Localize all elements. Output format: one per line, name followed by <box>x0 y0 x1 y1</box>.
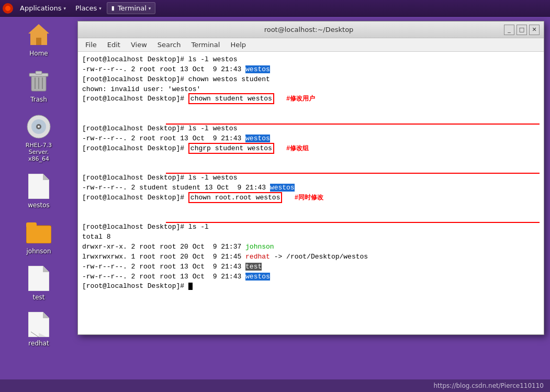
terminal-window: root@localhost:~/Desktop _ □ ✕ File Edit… <box>77 21 544 335</box>
home-icon <box>26 22 51 47</box>
term-line-7: -rw-r--r--. 2 root root 13 Oct 9 21:43 w… <box>82 134 540 144</box>
johnson-label: johnson <box>24 247 53 255</box>
annotation-modify-both: #同时修改 <box>295 194 323 201</box>
svg-rect-6 <box>36 71 42 74</box>
maximize-button[interactable]: □ <box>517 25 527 35</box>
cursor <box>188 283 193 290</box>
svg-rect-18 <box>26 222 37 228</box>
term-line-10: -rw-r--r--. 2 student student 13 Oct 9 2… <box>82 183 540 193</box>
highlight-westos-3: westos <box>270 184 295 192</box>
term-line-18: [root@localhost Desktop]# <box>82 282 540 292</box>
places-menu[interactable]: Places ▾ <box>71 3 106 14</box>
terminal-menubar: File Edit View Search Terminal Help <box>78 38 544 52</box>
svg-rect-3 <box>36 38 41 45</box>
term-line-11: [root@localhost Desktop]# chown root.roo… <box>82 193 540 223</box>
desktop-icon-trash[interactable]: Trash <box>15 68 62 104</box>
term-line-8: [root@localhost Desktop]# chgrp student … <box>82 144 540 174</box>
term-line-17: -rw-r--r--. 2 root root 13 Oct 9 21:43 w… <box>82 272 540 282</box>
taskbar: Applications ▾ Places ▾ ▮ Terminal ▾ <box>0 0 550 17</box>
westos-label: westos <box>26 201 52 209</box>
close-button[interactable]: ✕ <box>529 25 540 35</box>
highlight-westos-2: westos <box>245 135 270 142</box>
desktop-icon-westos[interactable]: westos <box>15 174 62 209</box>
term-line-2: -rw-r--r--. 2 root root 13 Oct 9 21:43 w… <box>82 65 540 75</box>
window-controls: _ □ ✕ <box>504 25 540 35</box>
applications-menu[interactable]: Applications ▾ <box>16 3 70 14</box>
johnson-folder-icon <box>26 221 51 243</box>
menu-view[interactable]: View <box>126 40 152 50</box>
annotation-modify-group: #修改组 <box>286 144 309 152</box>
westos-file-icon <box>28 174 49 199</box>
trash-icon <box>26 68 51 93</box>
cmd-chown-root: chown root.root westos <box>188 192 283 203</box>
cmd-chown-student: chown student westos <box>188 93 274 104</box>
desktop-icon-rhel[interactable]: RHEL-7.3 Server.x86_64 <box>15 114 62 163</box>
svg-point-13 <box>38 126 40 128</box>
redhat-file-icon <box>28 312 49 337</box>
status-url: https://blog.csdn.net/Pierce110110 <box>433 382 544 389</box>
annotation-modify-user: #修改用户 <box>286 95 315 102</box>
term-line-14: drwxr-xr-x. 2 root root 20 Oct 9 21:37 j… <box>82 242 540 252</box>
highlight-redhat: redhat <box>245 253 270 261</box>
test-label: test <box>30 293 47 301</box>
term-line-4: chown: invalid user: 'westos' <box>82 85 540 95</box>
redhat-label: redhat <box>26 339 51 348</box>
cmd-chgrp-student: chgrp student westos <box>188 143 274 154</box>
desktop-icon-redhat[interactable]: redhat <box>15 312 62 348</box>
term-line-5: [root@localhost Desktop]# chown student … <box>82 94 540 124</box>
minimize-button[interactable]: _ <box>504 25 514 35</box>
desktop-icon-home[interactable]: Home <box>15 22 62 58</box>
term-line-12: [root@localhost Desktop]# ls -l <box>82 222 540 232</box>
home-label: Home <box>27 49 50 58</box>
trash-label: Trash <box>28 95 49 104</box>
taskbar-menu: Applications ▾ Places ▾ ▮ Terminal ▾ <box>16 2 155 14</box>
terminal-body[interactable]: [root@localhost Desktop]# ls -l westos -… <box>78 52 544 334</box>
terminal-icon: ▮ <box>111 5 115 12</box>
svg-rect-16 <box>26 226 51 243</box>
desktop: Home Trash RHEL-7.3 Server.x86_64 <box>0 17 77 392</box>
term-line-1: [root@localhost Desktop]# ls -l westos <box>82 55 540 65</box>
term-line-9: [root@localhost Desktop]# ls -l westos <box>82 173 540 183</box>
term-line-6: [root@localhost Desktop]# ls -l westos <box>82 124 540 134</box>
menu-terminal[interactable]: Terminal <box>186 40 225 50</box>
highlight-westos-1: westos <box>245 65 270 73</box>
status-bar: https://blog.csdn.net/Pierce110110 <box>0 379 550 392</box>
svg-point-1 <box>5 6 10 11</box>
term-line-15: lrwxrwxrwx. 1 root root 20 Oct 9 21:45 r… <box>82 252 540 262</box>
terminal-menu[interactable]: ▮ Terminal ▾ <box>107 2 156 14</box>
desktop-icon-johnson[interactable]: johnson <box>15 220 62 255</box>
menu-help[interactable]: Help <box>225 40 251 50</box>
desktop-icon-test[interactable]: test <box>15 266 62 301</box>
terminal-titlebar: root@localhost:~/Desktop _ □ ✕ <box>78 21 544 38</box>
highlight-westos-4: westos <box>245 273 270 281</box>
term-line-13: total 8 <box>82 232 540 242</box>
menu-file[interactable]: File <box>80 40 102 50</box>
rhel-label: RHEL-7.3 Server.x86_64 <box>15 141 62 163</box>
cd-icon <box>26 114 51 139</box>
terminal-title: root@localhost:~/Desktop <box>114 26 504 33</box>
menu-edit[interactable]: Edit <box>102 40 126 50</box>
test-file-icon <box>28 266 49 291</box>
highlight-test: test <box>245 263 262 271</box>
menu-search[interactable]: Search <box>152 40 186 50</box>
term-line-3: [root@localhost Desktop]# chown westos s… <box>82 75 540 85</box>
term-line-16: -rw-r--r--. 2 root root 13 Oct 9 21:43 t… <box>82 262 540 272</box>
os-logo <box>2 3 14 14</box>
highlight-johnson: johnson <box>245 243 274 251</box>
